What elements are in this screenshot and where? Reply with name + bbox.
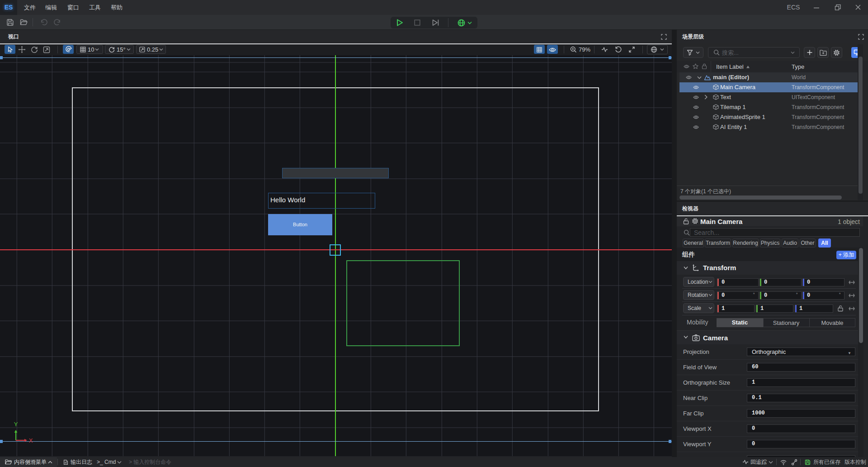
svg-text:X: X [29,437,33,444]
svg-text:Y: Y [14,421,18,428]
